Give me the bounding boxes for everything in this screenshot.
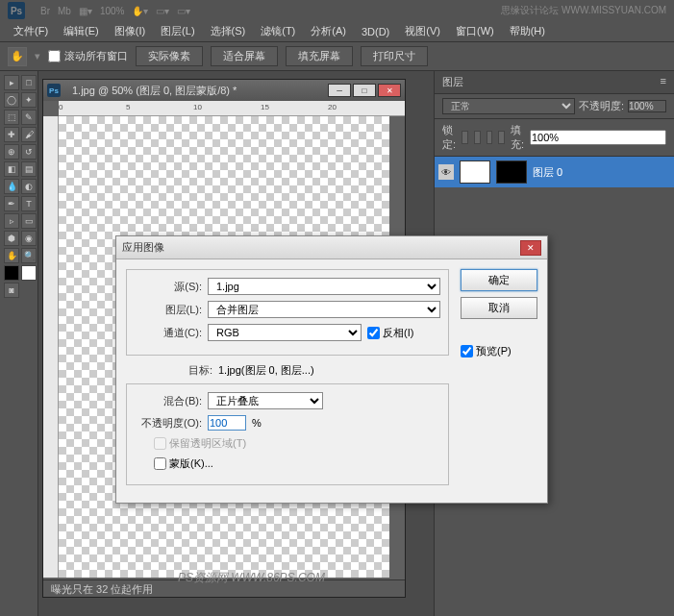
opacity-label: 不透明度: (579, 99, 624, 113)
layers-panel-header[interactable]: 图层 ≡ (435, 71, 674, 94)
menu-filter[interactable]: 滤镜(T) (255, 22, 301, 40)
cancel-button[interactable]: 取消 (461, 297, 537, 319)
view-mode-icon[interactable]: ▭▾ (156, 6, 169, 16)
quickmask-icon[interactable]: ◙ (4, 283, 19, 298)
scroll-all-label: 滚动所有窗口 (64, 49, 128, 63)
visibility-icon[interactable]: 👁 (438, 164, 454, 180)
menu-layer[interactable]: 图层(L) (155, 22, 200, 40)
menu-view[interactable]: 视图(V) (399, 22, 446, 40)
ps-logo-icon: Ps (8, 2, 25, 19)
print-size-button[interactable]: 打印尺寸 (361, 46, 428, 66)
bg-color-icon[interactable] (21, 265, 37, 281)
layer-select-label: 图层(L): (135, 303, 202, 317)
menu-help[interactable]: 帮助(H) (504, 22, 551, 40)
menu-edit[interactable]: 编辑(E) (58, 22, 105, 40)
mask-checkbox-label[interactable]: 蒙版(K)... (154, 456, 213, 471)
crop-tool-icon[interactable]: ⬚ (4, 110, 19, 125)
menu-select[interactable]: 选择(S) (205, 22, 252, 40)
blend-select[interactable]: 正片叠底 (208, 392, 323, 409)
scroll-all-input[interactable] (48, 50, 61, 62)
fit-screen-button[interactable]: 适合屏幕 (211, 46, 278, 66)
minimize-button[interactable]: ─ (328, 84, 351, 97)
ruler-horizontal: 0 5 10 15 20 (59, 101, 405, 116)
dlg-opacity-input[interactable] (208, 415, 246, 431)
fg-color-icon[interactable] (4, 265, 19, 281)
mask-thumbnail[interactable] (496, 160, 527, 184)
layers-tab[interactable]: 图层 (442, 75, 463, 89)
invert-text: 反相(I) (383, 326, 413, 340)
gradient-tool-icon[interactable]: ▤ (21, 161, 37, 177)
opacity-input[interactable] (628, 100, 666, 112)
invert-checkbox[interactable] (367, 327, 380, 339)
hand-tool-icon[interactable]: ✋ (8, 47, 27, 66)
blend-mode-select[interactable]: 正常 (442, 98, 575, 114)
screen-mode-icon[interactable]: ▭▾ (177, 6, 190, 16)
hand-tool2-icon[interactable]: ✋ (4, 248, 19, 263)
lock-transparent-icon[interactable] (462, 131, 468, 144)
document-titlebar[interactable]: Ps 1.jpg @ 50% (图层 0, 图层蒙版/8) * ─ □ ✕ (43, 80, 405, 101)
dialog-titlebar[interactable]: 应用图像 ✕ (116, 236, 547, 259)
ok-button[interactable]: 确定 (461, 269, 537, 291)
dodge-tool-icon[interactable]: ◐ (21, 179, 37, 194)
status-text: 曝光只在 32 位起作用 (51, 583, 153, 595)
br-icon[interactable]: Br (40, 6, 50, 16)
lock-label: 锁定: (442, 123, 456, 152)
layer-thumbnail[interactable] (460, 160, 490, 184)
fill-input[interactable] (530, 130, 666, 145)
eyedropper-tool-icon[interactable]: ✎ (21, 110, 37, 125)
menu-window[interactable]: 窗口(W) (450, 22, 500, 40)
options-bar: ✋ ▾ 滚动所有窗口 实际像素 适合屏幕 填充屏幕 打印尺寸 (0, 42, 674, 71)
close-button[interactable]: ✕ (378, 84, 401, 97)
pen-tool-icon[interactable]: ✒ (4, 196, 19, 211)
menu-3d[interactable]: 3D(D) (356, 24, 395, 39)
wand-tool-icon[interactable]: ✦ (21, 92, 37, 108)
layer-item[interactable]: 👁 图层 0 (435, 157, 674, 187)
menu-bar: 文件(F) 编辑(E) 图像(I) 图层(L) 选择(S) 滤镜(T) 分析(A… (0, 21, 674, 42)
channel-select[interactable]: RGB (208, 324, 362, 341)
heal-tool-icon[interactable]: ✚ (4, 127, 19, 142)
3d-tool-icon[interactable]: ⬢ (4, 231, 19, 246)
menu-analysis[interactable]: 分析(A) (305, 22, 352, 40)
maximize-button[interactable]: □ (353, 84, 376, 97)
source-select[interactable]: 1.jpg (208, 278, 440, 295)
layer-select[interactable]: 合并图层 (208, 301, 440, 318)
panel-menu-icon[interactable]: ≡ (661, 75, 666, 89)
marquee-tool-icon[interactable]: □ (21, 75, 37, 90)
dropdown-icon[interactable]: ▾ (35, 50, 40, 62)
zoom-tool-icon[interactable]: 🔍 (21, 248, 37, 263)
blend-label: 混合(B): (135, 394, 202, 408)
brush-tool-icon[interactable]: 🖌 (21, 127, 37, 142)
preview-checkbox-label[interactable]: 预览(P) (461, 344, 537, 358)
path-tool-icon[interactable]: ▹ (4, 213, 19, 229)
lock-all-icon[interactable] (498, 131, 505, 144)
mask-checkbox[interactable] (154, 457, 166, 470)
type-tool-icon[interactable]: T (21, 196, 37, 211)
layer-blend-row: 正常 不透明度: (435, 94, 674, 119)
invert-checkbox-label[interactable]: 反相(I) (367, 326, 413, 340)
dialog-close-button[interactable]: ✕ (520, 240, 541, 256)
fill-screen-button[interactable]: 填充屏幕 (286, 46, 353, 66)
menu-file[interactable]: 文件(F) (8, 22, 54, 40)
move-tool-icon[interactable]: ▸ (4, 75, 19, 90)
stamp-tool-icon[interactable]: ⊕ (4, 144, 19, 160)
3d-camera-icon[interactable]: ◉ (21, 231, 37, 246)
layer-name[interactable]: 图层 0 (533, 165, 562, 180)
lasso-tool-icon[interactable]: ◯ (4, 92, 19, 108)
actual-pixels-button[interactable]: 实际像素 (136, 46, 203, 66)
history-brush-icon[interactable]: ↺ (21, 144, 37, 160)
preview-checkbox[interactable] (461, 345, 473, 357)
zoom-level[interactable]: 100% (100, 6, 125, 16)
preserve-checkbox (154, 437, 166, 450)
hand-header-icon[interactable]: ✋▾ (132, 6, 148, 16)
blur-tool-icon[interactable]: 💧 (4, 179, 19, 194)
lock-position-icon[interactable] (487, 131, 493, 144)
scroll-all-checkbox[interactable]: 滚动所有窗口 (48, 49, 128, 63)
grid-icon[interactable]: ▦▾ (79, 6, 92, 16)
toolbox: ▸□ ◯✦ ⬚✎ ✚🖌 ⊕↺ ◧▤ 💧◐ ✒T ▹▭ ⬢◉ ✋🔍 ◙ (0, 71, 38, 616)
lock-pixels-icon[interactable] (474, 131, 481, 144)
menu-image[interactable]: 图像(I) (109, 22, 151, 40)
preserve-text: 保留透明区域(T) (169, 436, 246, 451)
eraser-tool-icon[interactable]: ◧ (4, 161, 19, 177)
shape-tool-icon[interactable]: ▭ (21, 213, 37, 229)
mb-icon[interactable]: Mb (58, 6, 71, 16)
